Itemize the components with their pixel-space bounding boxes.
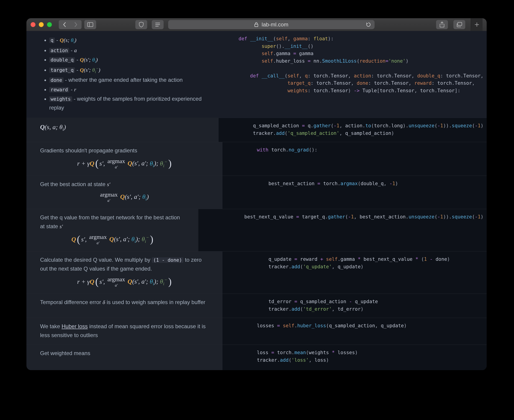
padlock-icon xyxy=(254,22,258,27)
minimize-window-button[interactable] xyxy=(39,22,44,27)
arg-name: action xyxy=(49,48,69,53)
svg-rect-0 xyxy=(88,22,93,27)
doc-cell: Get weighted means xyxy=(26,345,222,370)
doc-text: is used to weigh samples in replay buffe… xyxy=(105,299,205,305)
address-text: lab-ml.com xyxy=(262,21,288,28)
code-cell[interactable]: loss = torch.mean(weights * losses) trac… xyxy=(222,345,487,370)
arg-desc: - whether the game ended after taking th… xyxy=(64,77,183,83)
code-cell[interactable]: best_next_action = torch.argmax(double_q… xyxy=(222,176,487,209)
browser-window: lab-ml.com q - Q(s; θi) action - a doubl… xyxy=(26,18,487,370)
arg-item: target_q - Q(s′; θi−) xyxy=(49,66,207,75)
reader-mode-button[interactable] xyxy=(152,20,164,29)
nav-back-button[interactable] xyxy=(59,20,70,29)
svg-rect-5 xyxy=(255,24,258,27)
code-cell[interactable]: q_sampled_action = q.gather(-1, action.t… xyxy=(219,118,487,142)
doc-text: We take xyxy=(40,323,61,329)
code-cell[interactable]: best_next_q_value = target_q.gather(-1, … xyxy=(198,209,487,251)
annotated-row: Get the best action at state s′ argmaxa′… xyxy=(26,176,487,209)
code-cell[interactable]: losses = self.huber_loss(q_sampled_actio… xyxy=(222,318,487,345)
arg-item: double_q - Q(s′; θi) xyxy=(49,55,207,65)
annotated-row: Gradients shouldn't propagate gradients … xyxy=(26,142,487,176)
arg-item: reward - r xyxy=(49,85,207,94)
window-controls xyxy=(30,22,52,27)
doc-cell: Q(s, a; θi) xyxy=(26,118,219,142)
arg-name: q xyxy=(49,38,55,43)
section-header: q - Q(s; θi) action - a double_q - Q(s′;… xyxy=(26,31,487,118)
doc-text: Get the best action at state xyxy=(40,181,107,187)
new-tab-button[interactable] xyxy=(471,18,483,31)
annotated-row: Q(s, a; θi) q_sampled_action = q.gather(… xyxy=(26,118,487,142)
arg-item: done - whether the game ended after taki… xyxy=(49,76,207,84)
share-button[interactable] xyxy=(436,20,448,29)
huber-loss-link[interactable]: Huber loss xyxy=(61,323,88,329)
code-cell[interactable]: q_update = reward + self.gamma * best_ne… xyxy=(222,251,487,294)
doc-cell: Temporal difference error δ is used to w… xyxy=(26,294,222,318)
annotated-row: We take Huber loss instead of mean squar… xyxy=(26,318,487,345)
address-bar[interactable]: lab-ml.com xyxy=(168,20,375,29)
code-cell[interactable]: with torch.no_grad(): xyxy=(222,142,487,176)
annotated-row: Calculate the desired Q value. We multip… xyxy=(26,251,487,294)
inline-code: (1 - done) xyxy=(152,257,183,263)
tabs-overview-button[interactable] xyxy=(454,20,465,29)
annotated-row: Temporal difference error δ is used to w… xyxy=(26,294,487,318)
arg-name: target_q xyxy=(49,68,75,73)
arg-name: double_q xyxy=(49,57,75,63)
close-window-button[interactable] xyxy=(30,22,36,27)
doc-cell: We take Huber loss instead of mean squar… xyxy=(26,318,222,345)
doc-text: Gradients shouldn't propagate gradients xyxy=(40,146,209,155)
doc-cell: Gradients shouldn't propagate gradients … xyxy=(26,142,222,176)
fullscreen-window-button[interactable] xyxy=(47,22,52,27)
arg-list: q - Q(s; θi) action - a double_q - Q(s′;… xyxy=(40,36,207,112)
arg-name: weights xyxy=(49,96,72,102)
doc-text: Temporal difference error xyxy=(40,299,103,305)
doc-cell: q - Q(s; θi) action - a double_q - Q(s′;… xyxy=(26,31,220,118)
code-cell[interactable]: td_error = q_sampled_action - q_update t… xyxy=(222,294,487,318)
reload-button[interactable] xyxy=(366,22,371,27)
arg-desc: - weights of the samples from prioritize… xyxy=(49,96,202,111)
titlebar: lab-ml.com xyxy=(26,18,487,31)
arg-item: q - Q(s; θi) xyxy=(49,36,207,45)
code-cell[interactable]: def __init__(self, gamma: float): super(… xyxy=(220,31,487,118)
arg-name: reward xyxy=(49,87,69,92)
arg-name: done xyxy=(49,77,64,83)
privacy-shield-button[interactable] xyxy=(135,20,147,29)
annotated-row: Get the q value from the target network … xyxy=(26,209,487,251)
doc-cell: Get the q value from the target network … xyxy=(26,209,198,251)
sidebar-toggle-button[interactable] xyxy=(84,20,96,29)
svg-rect-6 xyxy=(458,22,462,25)
nav-forward-button[interactable] xyxy=(70,20,82,29)
nav-back-forward xyxy=(59,20,82,29)
doc-cell: Get the best action at state s′ argmaxa′… xyxy=(26,176,222,209)
arg-item: action - a xyxy=(49,46,207,55)
inline-math: δ xyxy=(103,299,105,305)
annotated-row: Get weighted means loss = torch.mean(wei… xyxy=(26,345,487,370)
arg-item: weights - weights of the samples from pr… xyxy=(49,95,207,112)
doc-cell: Calculate the desired Q value. We multip… xyxy=(26,251,222,294)
page-content[interactable]: q - Q(s; θi) action - a double_q - Q(s′;… xyxy=(26,31,487,370)
doc-text: Calculate the desired Q value. We multip… xyxy=(40,257,152,263)
doc-text: Get weighted means xyxy=(40,350,90,356)
